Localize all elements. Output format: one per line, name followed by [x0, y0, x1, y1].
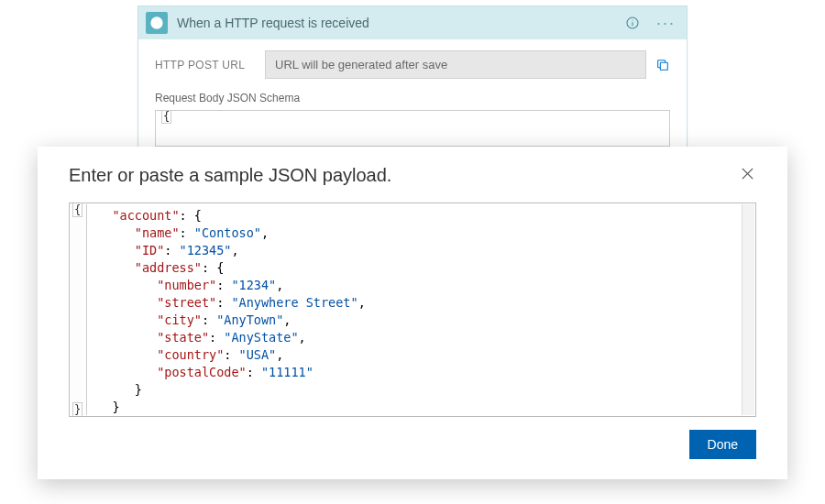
- info-icon[interactable]: [622, 14, 644, 32]
- more-icon[interactable]: ···: [653, 16, 679, 29]
- post-url-field: URL will be generated after save: [265, 50, 646, 79]
- post-url-label: HTTP POST URL: [155, 59, 265, 71]
- done-button[interactable]: Done: [689, 430, 756, 459]
- scrollbar[interactable]: [742, 204, 754, 415]
- fold-close-icon: }: [72, 402, 82, 416]
- svg-rect-3: [660, 62, 667, 70]
- sample-payload-dialog: Enter or paste a sample JSON payload. { …: [38, 147, 787, 479]
- card-header: When a HTTP request is received ···: [138, 6, 687, 39]
- dialog-title: Enter or paste a sample JSON payload.: [69, 165, 739, 186]
- json-editor[interactable]: { } "account": { "name": "Contoso", "ID"…: [69, 203, 756, 417]
- fold-open-icon: {: [72, 203, 82, 217]
- close-icon[interactable]: [739, 165, 756, 182]
- copy-icon[interactable]: [655, 58, 670, 72]
- schema-brace: {: [161, 110, 171, 124]
- card-title: When a HTTP request is received: [177, 16, 612, 30]
- trigger-card: When a HTTP request is received ··· HTTP…: [138, 5, 688, 164]
- schema-label: Request Body JSON Schema: [155, 92, 670, 104]
- card-body: HTTP POST URL URL will be generated afte…: [138, 39, 687, 163]
- json-code[interactable]: "account": { "name": "Contoso", "ID": "1…: [90, 207, 750, 416]
- svg-point-2: [632, 19, 632, 20]
- editor-gutter: { }: [71, 204, 87, 415]
- schema-input[interactable]: {: [155, 110, 670, 147]
- http-trigger-icon: [146, 12, 168, 34]
